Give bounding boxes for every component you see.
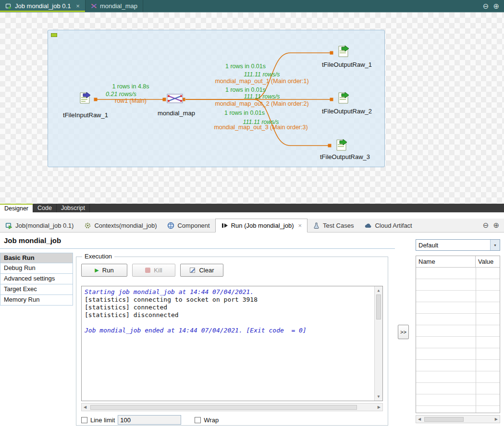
run-button[interactable]: ▶ Run bbox=[81, 264, 127, 277]
tab-job[interactable]: Job(mondial_job 0.1) bbox=[0, 219, 79, 232]
sidebar-item-memory-run[interactable]: Memory Run bbox=[0, 295, 73, 306]
component-tFileOutputRaw_1[interactable] bbox=[336, 44, 351, 60]
row-count-label: 1 rows in 0.01s bbox=[178, 63, 313, 70]
scrollbar-thumb[interactable] bbox=[424, 417, 464, 422]
maximize-icon[interactable]: ⊕ bbox=[493, 221, 499, 230]
execution-group-legend: Execution bbox=[82, 253, 114, 260]
connection-name-label[interactable]: mondial_map_out_3 (Main order:3) bbox=[194, 124, 328, 131]
execution-console[interactable]: Starting job mondial_job at 14:44 07/04/… bbox=[81, 286, 383, 401]
tab-label: Test Cases bbox=[323, 222, 354, 229]
line-limit-label: Line limit bbox=[90, 417, 115, 424]
sidebar-item-debug-run[interactable]: Debug Run bbox=[0, 263, 73, 274]
tab-component[interactable]: Component bbox=[162, 219, 215, 232]
chevron-down-icon[interactable]: ▼ bbox=[490, 240, 500, 250]
file-output-raw-icon bbox=[334, 138, 349, 152]
wrap-label: Wrap bbox=[204, 417, 219, 424]
editor-tab-job[interactable]: Job mondial_job 0.1 × bbox=[0, 0, 86, 12]
minimize-icon[interactable]: ⊖ bbox=[483, 221, 489, 230]
tab-jobscript[interactable]: Jobscript bbox=[57, 204, 90, 212]
kill-icon bbox=[145, 268, 150, 273]
scroll-down-icon[interactable]: ▼ bbox=[378, 394, 380, 399]
column-header-value[interactable]: Value bbox=[476, 256, 500, 267]
console-options-row: Line limit Wrap bbox=[81, 415, 219, 425]
title-divider bbox=[0, 248, 395, 249]
close-icon[interactable]: × bbox=[76, 2, 80, 10]
cloud-icon bbox=[364, 222, 372, 229]
scrollbar-thumb[interactable] bbox=[376, 294, 381, 319]
row-count-label: 1 rows in 0.01s bbox=[177, 110, 312, 116]
connection-name-label[interactable]: mondial_map_out_2 (Main order:2) bbox=[195, 100, 329, 107]
scroll-up-icon[interactable]: ▲ bbox=[378, 288, 380, 293]
panel-tab-bar: Job(mondial_job 0.1) Contexts(mondial_jo… bbox=[0, 219, 504, 233]
kill-button-label: Kill bbox=[154, 267, 162, 274]
editor-tab-map[interactable]: mondial_map bbox=[86, 0, 143, 12]
tab-contexts[interactable]: Contexts(mondial_job) bbox=[79, 219, 162, 232]
line-limit-checkbox[interactable] bbox=[81, 417, 87, 423]
expand-context-panel-button[interactable]: >> bbox=[398, 325, 409, 339]
wrap-checkbox[interactable] bbox=[195, 417, 201, 423]
connection-anchor[interactable] bbox=[328, 144, 332, 147]
sidebar-item-target-exec[interactable]: Target Exec bbox=[0, 284, 73, 295]
minimize-icon[interactable]: ⊖ bbox=[483, 2, 489, 11]
play-icon: ▶ bbox=[95, 267, 98, 273]
run-view: Job mondial_job Basic Run Debug Run Adva… bbox=[0, 233, 504, 429]
context-variables-table[interactable]: Name Value bbox=[416, 256, 500, 413]
row-count-label: 1 rows in 0.01s bbox=[178, 86, 313, 93]
line-limit-input[interactable] bbox=[118, 415, 181, 425]
column-header-name[interactable]: Name bbox=[416, 256, 476, 267]
connection-layer bbox=[0, 12, 504, 204]
connection-anchor[interactable] bbox=[330, 98, 333, 101]
tab-designer[interactable]: Designer bbox=[0, 204, 33, 212]
job-icon bbox=[5, 3, 12, 10]
scroll-left-icon[interactable]: ◀ bbox=[418, 417, 421, 421]
tab-test-cases[interactable]: Test Cases bbox=[307, 219, 359, 232]
console-vertical-scrollbar[interactable]: ▲ ▼ bbox=[374, 286, 382, 401]
column-divider bbox=[476, 256, 476, 413]
connection-anchor[interactable] bbox=[330, 51, 333, 55]
scroll-right-icon[interactable]: ▶ bbox=[378, 405, 381, 409]
component-tFileOutputRaw_3[interactable] bbox=[334, 138, 349, 154]
row-rate-label: 111.11 rows/s bbox=[195, 71, 329, 78]
run-sidebar: Basic Run Debug Run Advanced settings Ta… bbox=[0, 253, 73, 306]
clear-button[interactable]: Clear bbox=[180, 264, 223, 277]
console-line: Starting job mondial_job at 14:44 07/04/… bbox=[85, 288, 380, 296]
component-label[interactable]: tFileInputRaw_1 bbox=[52, 111, 119, 119]
connection-name-label[interactable]: row1 (Main) bbox=[63, 98, 198, 104]
component-label[interactable]: tFileOutputRaw_2 bbox=[313, 108, 381, 115]
close-icon[interactable]: × bbox=[298, 222, 302, 229]
context-horizontal-scrollbar[interactable]: ◀ ▶ bbox=[416, 415, 500, 423]
tab-run[interactable]: Run (Job mondial_job) × bbox=[215, 219, 307, 233]
kill-button[interactable]: Kill bbox=[132, 264, 175, 277]
scrollbar-thumb[interactable] bbox=[90, 405, 357, 410]
scroll-right-icon[interactable]: ▶ bbox=[495, 417, 498, 421]
tab-label: Contexts(mondial_job) bbox=[94, 222, 157, 229]
console-horizontal-scrollbar[interactable]: ◀ ▶ bbox=[81, 403, 383, 411]
run-button-label: Run bbox=[102, 267, 114, 274]
scroll-left-icon[interactable]: ◀ bbox=[84, 405, 86, 409]
editor-window-controls: ⊖ ⊕ bbox=[483, 0, 504, 12]
console-line: [statistics] disconnected bbox=[85, 311, 380, 319]
context-selector[interactable]: Default ▼ bbox=[416, 239, 500, 251]
component-label[interactable]: tFileOutputRaw_3 bbox=[311, 153, 379, 160]
design-canvas[interactable]: tFileInputRaw_1 mondial_map tFileOutputR… bbox=[0, 12, 504, 204]
component-globe-icon bbox=[167, 222, 174, 229]
job-icon bbox=[5, 222, 12, 229]
component-label[interactable]: tFileOutputRaw_1 bbox=[313, 61, 381, 68]
tab-code[interactable]: Code bbox=[33, 204, 57, 212]
component-tFileOutputRaw_2[interactable] bbox=[336, 91, 351, 107]
page-title: Job mondial_job bbox=[4, 236, 61, 245]
console-line bbox=[85, 319, 380, 327]
row-count-label: 1 rows in 4.8s bbox=[63, 83, 198, 90]
panel-window-controls: ⊖ ⊕ bbox=[483, 219, 504, 232]
talend-studio-window: Job mondial_job 0.1 × mondial_map ⊖ ⊕ bbox=[0, 0, 504, 429]
maximize-icon[interactable]: ⊕ bbox=[493, 2, 499, 11]
table-header: Name Value bbox=[416, 256, 500, 268]
contexts-gear-icon bbox=[84, 222, 91, 229]
editor-tab-label: mondial_map bbox=[100, 2, 137, 10]
tab-cloud-artifact[interactable]: Cloud Artifact bbox=[359, 219, 417, 232]
connection-name-label[interactable]: mondial_map_out_1 (Main order:1) bbox=[195, 78, 329, 85]
tab-label: Cloud Artifact bbox=[375, 222, 412, 229]
sidebar-item-basic-run[interactable]: Basic Run bbox=[0, 253, 73, 263]
console-line: [statistics] connected bbox=[85, 304, 380, 311]
sidebar-item-advanced-settings[interactable]: Advanced settings bbox=[0, 274, 73, 284]
